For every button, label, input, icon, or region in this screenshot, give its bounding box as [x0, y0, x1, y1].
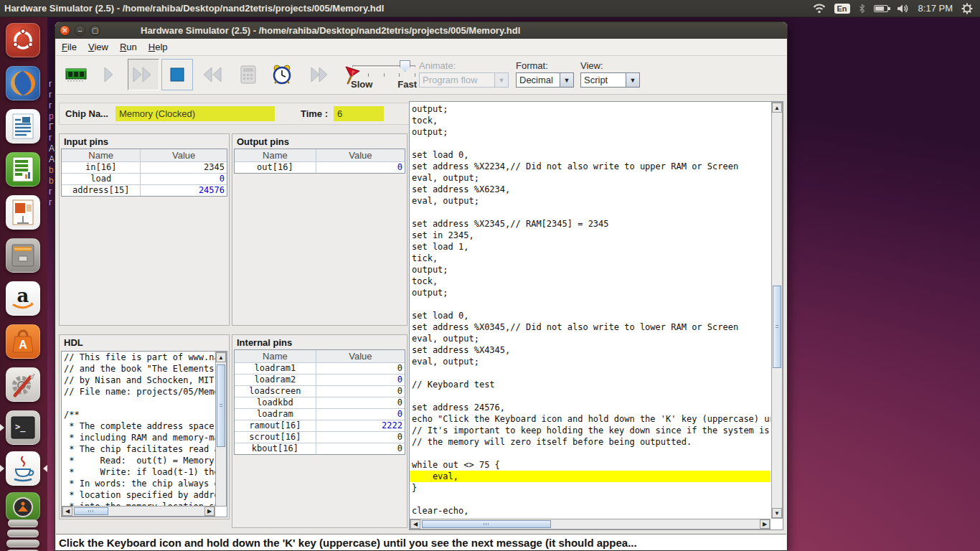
step-forward-icon [100, 65, 119, 84]
script-hscroll-thumb[interactable] [422, 520, 551, 528]
clock[interactable]: 8:17 PM [918, 3, 953, 14]
pin-row: address[15]24576 [62, 184, 227, 196]
memory-chip-icon [65, 65, 88, 84]
slider-thumb[interactable] [400, 60, 410, 72]
scroll-down-icon[interactable]: ▼ [772, 508, 782, 518]
pin-value[interactable]: 2345 [141, 162, 227, 173]
window-titlebar[interactable]: ✕ – ▢ Hardware Simulator (2.5) - /home/r… [55, 22, 787, 39]
wifi-icon[interactable] [813, 4, 826, 14]
hdl-vscroll-thumb[interactable] [217, 364, 225, 447]
close-button[interactable]: ✕ [60, 25, 70, 36]
volume-icon[interactable] [897, 4, 910, 14]
libreoffice-impress-icon[interactable] [6, 195, 40, 230]
libreoffice-writer-icon[interactable] [6, 109, 40, 143]
pin-value[interactable]: 2222 [316, 420, 405, 431]
hdl-vertical-scrollbar[interactable]: ▲ [215, 352, 227, 507]
java-application-icon[interactable] [6, 451, 40, 486]
hdl-hscroll-thumb[interactable] [74, 507, 108, 515]
menu-bar: FileViewRunHelp [56, 39, 786, 56]
amazon-icon[interactable]: a [6, 281, 40, 316]
code-line: set address %X6234, [410, 184, 771, 195]
animate-select: Program flow ▼ [419, 72, 512, 88]
bluetooth-icon[interactable] [859, 4, 865, 14]
pin-value[interactable]: 0 [316, 363, 405, 374]
run-button[interactable] [128, 59, 159, 90]
pin-row: scrout[16]0 [235, 431, 405, 443]
pin-value[interactable]: 0 [316, 409, 405, 420]
session-gear-icon[interactable] [961, 3, 973, 14]
system-tray: En 8:17 PM [813, 3, 980, 14]
software-updater-icon[interactable] [6, 492, 40, 521]
code-line: output; [410, 264, 771, 276]
battery-icon[interactable] [874, 5, 888, 12]
code-line [62, 397, 215, 409]
internal-pins-panel: Internal pins NameValueloadram10loadram2… [232, 334, 407, 528]
script-vscroll-thumb[interactable] [773, 286, 781, 368]
minimize-button[interactable]: – [75, 25, 85, 36]
chip-name-row: Chip Na... Memory (Clocked) Time : 6 [59, 103, 410, 125]
firefox-icon[interactable] [6, 66, 40, 100]
format-select[interactable]: Decimal ▼ [516, 72, 578, 88]
pin-value[interactable]: 0 [316, 432, 405, 443]
menu-item-help[interactable]: Help [143, 39, 174, 55]
pin-value[interactable]: 0 [316, 386, 405, 397]
script-panel[interactable]: output;tock,output; set load 0,set addre… [409, 101, 783, 530]
hdl-horizontal-scrollbar[interactable]: ◀ ▶ [62, 506, 215, 517]
scroll-left-icon[interactable]: ◀ [410, 519, 420, 529]
code-line: set load 0, [410, 310, 771, 321]
pin-name: loadram1 [235, 363, 316, 374]
menu-item-file[interactable]: File [56, 39, 83, 55]
code-line: // Keyboard test [410, 379, 771, 390]
pin-value[interactable]: 0 [316, 162, 405, 173]
animate-value: Program flow [419, 72, 495, 88]
hdl-view[interactable]: // This file is part of www.nand// and t… [61, 351, 227, 517]
terminal-icon[interactable]: >_ [6, 410, 40, 445]
main-content: Chip Na... Memory (Clocked) Time : 6 Inp… [56, 95, 786, 532]
chip-name-field[interactable]: Memory (Clocked) [116, 106, 275, 121]
view-select[interactable]: Script ▼ [580, 72, 644, 88]
fast-forward-button [303, 59, 335, 90]
maximize-button[interactable]: ▢ [90, 25, 100, 36]
menu-item-run[interactable]: Run [114, 39, 143, 55]
system-bar-title: Hardware Simulator (2.5) - /home/rahiba/… [0, 3, 813, 14]
code-line: // It's important to keep holding the ke… [410, 425, 771, 436]
output-pins-title: Output pins [232, 134, 407, 149]
code-line: } [410, 482, 771, 494]
pin-value[interactable]: 0 [316, 397, 405, 408]
pin-value[interactable]: 0 [316, 443, 405, 454]
scroll-right-icon[interactable]: ▶ [204, 507, 215, 516]
script-horizontal-scrollbar[interactable]: ◀ ▶ [410, 519, 771, 529]
stacked-window-tile-3[interactable] [6, 540, 39, 547]
system-settings-icon[interactable] [6, 367, 40, 402]
scroll-up-icon[interactable]: ▲ [772, 103, 782, 113]
code-line: set load 1, [410, 241, 771, 253]
pin-value[interactable]: 0 [316, 375, 405, 385]
svg-text:>_: >_ [15, 422, 26, 433]
software-center-icon[interactable]: A [6, 324, 40, 359]
stop-button[interactable] [161, 59, 193, 90]
stop-square-icon [168, 65, 187, 84]
stacked-window-tile-2[interactable] [7, 529, 39, 537]
keyboard-layout-indicator[interactable]: En [834, 4, 850, 14]
view-group: View: Script ▼ [580, 60, 644, 88]
script-vertical-scrollbar[interactable]: ▲ ▼ [771, 102, 783, 519]
column-header: Name [235, 149, 316, 161]
input-pins-title: Input pins [60, 134, 229, 149]
ubuntu-dash-button[interactable] [6, 23, 40, 57]
scroll-right-icon[interactable]: ▶ [760, 519, 770, 529]
clock-button[interactable] [266, 59, 298, 90]
code-line: output; [410, 287, 771, 298]
column-header: Value [316, 149, 405, 161]
stacked-window-tile-1[interactable] [8, 519, 38, 527]
file-cabinet-icon[interactable] [6, 238, 40, 273]
pin-name: loadkbd [235, 397, 316, 408]
pin-row: loadram10 [235, 362, 405, 374]
pin-value[interactable]: 0 [141, 174, 227, 184]
scroll-up-icon[interactable]: ▲ [216, 352, 226, 362]
pin-value[interactable]: 24576 [141, 185, 227, 196]
scroll-left-icon[interactable]: ◀ [62, 507, 72, 516]
menu-item-view[interactable]: View [83, 39, 114, 55]
code-line: set address %X0345,// Did not also write… [410, 321, 771, 333]
load-chip-button[interactable] [60, 59, 92, 90]
libreoffice-calc-icon[interactable] [6, 152, 40, 187]
